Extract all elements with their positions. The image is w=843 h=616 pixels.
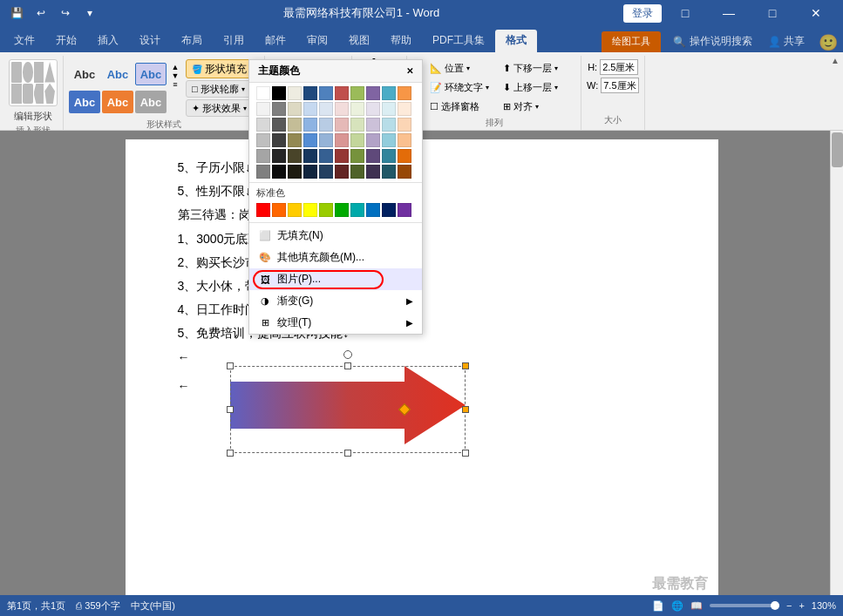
tab-home[interactable]: 开始 [45, 30, 87, 52]
color-r3-3[interactable] [288, 118, 302, 132]
shape-styles-more-btn[interactable]: ▲ ▼ ≡ [168, 63, 180, 89]
texture-item[interactable]: ⊞ 纹理(T) ▶ [249, 312, 422, 334]
std-yellow[interactable] [303, 203, 317, 217]
color-r6-3[interactable] [288, 165, 302, 179]
std-teal[interactable] [350, 203, 364, 217]
gradient-item[interactable]: ◑ 渐变(G) ▶ [249, 290, 422, 312]
picture-item[interactable]: 🖼 图片(P)... [249, 268, 422, 290]
zoom-thumb[interactable] [771, 601, 779, 610]
tab-design[interactable]: 设计 [129, 30, 171, 52]
color-r2-4[interactable] [303, 102, 317, 116]
tab-mailings[interactable]: 邮件 [255, 30, 296, 52]
color-r2-3[interactable] [288, 102, 302, 116]
color-r4-7[interactable] [350, 133, 364, 147]
std-red[interactable] [256, 203, 270, 217]
color-r3-1[interactable] [256, 118, 270, 132]
undo-btn[interactable]: ↩ [31, 3, 51, 23]
position-btn[interactable]: 📐 位置 ▾ [425, 59, 494, 77]
color-r5-1[interactable] [256, 149, 270, 163]
color-r4-2[interactable] [272, 133, 286, 147]
color-r2-1[interactable] [256, 102, 270, 116]
tab-format[interactable]: 格式 [495, 30, 537, 52]
tab-help[interactable]: 帮助 [380, 30, 422, 52]
color-r2-5[interactable] [319, 102, 333, 116]
color-r3-10[interactable] [398, 118, 411, 132]
color-r2-6[interactable] [335, 102, 349, 116]
handle-br[interactable] [462, 450, 469, 457]
qat-more-btn[interactable]: ▾ [80, 3, 99, 23]
color-r4-10[interactable] [398, 133, 411, 147]
ribbon-collapse-btn[interactable]: □ [665, 0, 705, 26]
color-r2-9[interactable] [382, 102, 396, 116]
ribbon-collapse-arrow[interactable]: ▲ [831, 56, 840, 65]
handle-bl[interactable] [227, 450, 234, 457]
color-white[interactable] [256, 86, 270, 100]
color-r4-5[interactable] [319, 133, 333, 147]
handle-mr[interactable] [462, 406, 469, 413]
color-r4-8[interactable] [366, 133, 380, 147]
align-btn[interactable]: ⊞ 对齐 ▾ [498, 98, 563, 115]
shape-style-1[interactable]: Abc [69, 63, 100, 85]
color-r5-6[interactable] [335, 149, 349, 163]
shape-style-3[interactable]: Abc [135, 63, 167, 85]
color-r6-8[interactable] [366, 165, 380, 179]
color-r6-9[interactable] [382, 165, 396, 179]
color-r5-8[interactable] [366, 149, 380, 163]
color-r6-7[interactable] [350, 165, 364, 179]
color-r6-10[interactable] [398, 165, 411, 179]
more-colors-item[interactable]: 🎨 其他填充颜色(M)... [249, 247, 422, 268]
shapes-gallery[interactable] [9, 59, 58, 106]
color-orange[interactable] [398, 86, 411, 100]
color-r5-9[interactable] [382, 149, 396, 163]
color-r6-4[interactable] [303, 165, 317, 179]
no-fill-item[interactable]: ⬜ 无填充(N) [249, 225, 422, 247]
std-yellow-orange[interactable] [288, 203, 302, 217]
color-r3-6[interactable] [335, 118, 349, 132]
search-box[interactable]: 🔍 操作说明搜索 [666, 30, 759, 52]
color-r4-6[interactable] [335, 133, 349, 147]
send-backward-btn[interactable]: ⬇ 上移一层 ▾ [498, 78, 563, 96]
scrollbar-right[interactable] [830, 131, 843, 595]
tab-layout[interactable]: 布局 [171, 30, 213, 52]
color-r3-4[interactable] [303, 118, 317, 132]
color-r4-9[interactable] [382, 133, 396, 147]
std-green[interactable] [335, 203, 349, 217]
color-cyan[interactable] [382, 86, 396, 100]
handle-tm[interactable] [344, 362, 351, 369]
color-r3-8[interactable] [366, 118, 380, 132]
selection-pane-btn[interactable]: ☐ 选择窗格 [425, 98, 494, 115]
std-blue[interactable] [366, 203, 380, 217]
std-orange[interactable] [272, 203, 286, 217]
color-r6-2[interactable] [272, 165, 286, 179]
color-r4-3[interactable] [288, 133, 302, 147]
color-green[interactable] [350, 86, 364, 100]
std-purple[interactable] [398, 203, 411, 217]
color-r5-3[interactable] [288, 149, 302, 163]
arrow-shape-container[interactable] [230, 366, 466, 453]
dropdown-close-btn[interactable]: ✕ [406, 66, 413, 76]
std-lime[interactable] [319, 203, 333, 217]
color-r5-5[interactable] [319, 149, 333, 163]
color-r2-10[interactable] [398, 102, 411, 116]
color-r3-9[interactable] [382, 118, 396, 132]
save-quick-btn[interactable]: 💾 [7, 3, 26, 23]
color-r4-1[interactable] [256, 133, 270, 147]
shape-style-6[interactable]: Abc [135, 91, 167, 113]
color-r3-5[interactable] [319, 118, 333, 132]
wrap-text-btn[interactable]: 📝 环绕文字 ▾ [425, 78, 494, 96]
color-purple[interactable] [366, 86, 380, 100]
color-cream[interactable] [288, 86, 302, 100]
tab-view[interactable]: 视图 [338, 30, 380, 52]
tab-pdf[interactable]: PDF工具集 [422, 30, 495, 52]
color-r4-4[interactable] [303, 133, 317, 147]
edit-shape-btn[interactable]: 编辑形状 [14, 110, 52, 123]
tab-review[interactable]: 审阅 [296, 30, 338, 52]
scroll-thumb[interactable] [832, 132, 843, 167]
view-web-icon[interactable]: 🌐 [671, 600, 683, 612]
view-read-icon[interactable]: 📖 [690, 600, 703, 612]
tab-references[interactable]: 引用 [213, 30, 255, 52]
login-btn[interactable]: 登录 [623, 4, 662, 23]
close-btn[interactable]: ✕ [796, 0, 836, 26]
handle-tl[interactable] [227, 362, 234, 369]
shape-style-5[interactable]: Abc [102, 91, 133, 113]
